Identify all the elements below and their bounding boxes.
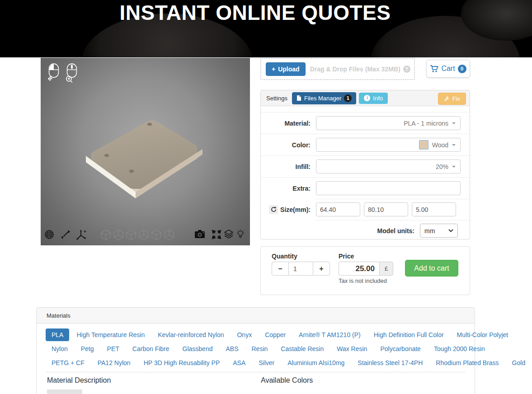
layers-cube-icon[interactable] (223, 230, 234, 239)
material-tab[interactable]: Tough 2000 Resin (428, 342, 491, 355)
upload-button[interactable]: + Upload (266, 62, 306, 76)
material-tab[interactable]: Silver (253, 356, 280, 369)
material-tab[interactable]: Resin (246, 342, 274, 355)
material-tab[interactable]: Nylon (46, 342, 74, 355)
mouse-hints (46, 62, 80, 83)
material-tab[interactable]: Gold (506, 356, 532, 369)
dropzone-hint: Drag & Drop Files (Max 32MB) ? (310, 66, 410, 73)
materials-headings: Material Description Available Colors (37, 376, 475, 386)
price-group: £ (339, 262, 393, 276)
material-tab[interactable]: Stainless Steel 17-4PH (352, 356, 428, 369)
grid-sphere-icon[interactable] (44, 230, 54, 239)
extra-input[interactable] (316, 181, 461, 195)
extra-row: Extra: (261, 177, 470, 199)
cart-label: Cart (441, 65, 455, 73)
material-tab[interactable]: Onyx (231, 328, 258, 341)
material-tab[interactable]: Aluminium Alsi10mg (282, 356, 350, 369)
size-row: Size(mm): (261, 199, 470, 220)
material-tab[interactable]: High Temperature Resin (71, 328, 151, 341)
size-z-input[interactable] (412, 202, 456, 216)
screenshot-camera-icon[interactable] (194, 230, 205, 239)
material-tab[interactable]: ASA (227, 356, 251, 369)
material-tab[interactable]: Kevlar-reinforced Nylon (152, 328, 230, 341)
view-cubes (101, 230, 174, 240)
material-tab[interactable]: HP 3D High Reusability PP (138, 356, 226, 369)
cart-icon (430, 65, 438, 73)
settings-panel: Settings Files Manager 1 i Info Fix (260, 90, 470, 239)
material-tab[interactable]: Rhodium Plated Brass (430, 356, 504, 369)
view-cube-icon[interactable] (101, 230, 111, 240)
quantity-label: Quantity (272, 253, 297, 260)
view-cube-icon[interactable] (151, 230, 161, 240)
settings-label: Settings (266, 95, 287, 102)
quote-page: INSTANT ONLINE QUOTES (0, 0, 532, 394)
material-tab[interactable]: High Definition Full Color (368, 328, 450, 341)
header-banner: INSTANT ONLINE QUOTES (0, 0, 532, 57)
view-cube-icon[interactable] (113, 230, 123, 240)
material-tab[interactable]: PET (101, 342, 125, 355)
units-row: Model units: mm (261, 220, 470, 241)
color-value: Wood (432, 141, 448, 149)
view-cube-icon[interactable] (164, 230, 174, 240)
order-panel: Quantity Price − + £ Tax is not included… (260, 246, 470, 295)
material-tab[interactable]: Carbon Fibre (127, 342, 175, 355)
material-tab[interactable]: Petg (75, 342, 100, 355)
rotate-mouse-icon (46, 62, 61, 83)
material-tab[interactable]: PA12 Nylon (92, 356, 137, 369)
price-input[interactable] (339, 262, 379, 276)
material-tab[interactable]: Multi-Color Polyjet (451, 328, 514, 341)
view-cube-icon[interactable] (139, 230, 149, 240)
material-image-placeholder (47, 389, 82, 394)
model-viewer[interactable] (41, 58, 250, 245)
zoom-mouse-icon (64, 62, 80, 83)
currency-addon: £ (379, 262, 393, 276)
color-select[interactable]: Wood (316, 138, 461, 152)
fix-button[interactable]: Fix (438, 93, 466, 105)
material-select[interactable]: PLA - 1 microns (316, 116, 461, 130)
material-tab[interactable]: PETG + CF (46, 356, 90, 369)
size-y-input[interactable] (364, 202, 408, 216)
material-tab[interactable]: Polycarbonate (374, 342, 427, 355)
plus-icon: + (272, 66, 275, 73)
material-tab[interactable]: ABS (220, 342, 244, 355)
resize-icon[interactable] (61, 230, 71, 239)
info-label: Info (373, 95, 383, 102)
chevron-down-icon (452, 144, 456, 146)
refresh-size-icon[interactable] (269, 205, 278, 214)
materials-panel: Materials PLAHigh Temperature ResinKevla… (36, 307, 475, 394)
material-tab[interactable]: Wax Resin (331, 342, 373, 355)
cart-button[interactable]: Cart 0 (426, 60, 470, 78)
infill-row: Infill: 20% (261, 155, 470, 177)
model-units-select[interactable]: mm (420, 224, 458, 238)
material-tab[interactable]: Castable Resin (275, 342, 330, 355)
add-to-cart-button[interactable]: Add to cart (405, 260, 458, 277)
quantity-decrease-button[interactable]: − (272, 262, 289, 276)
material-label: Material: (261, 120, 316, 127)
infill-select[interactable]: 20% (316, 159, 461, 174)
upload-dropzone[interactable]: + Upload Drag & Drop Files (Max 32MB) ? (260, 58, 415, 80)
model-canvas (41, 58, 250, 245)
view-cube-icon[interactable] (126, 230, 136, 240)
info-tab[interactable]: i Info (359, 93, 388, 104)
material-tab[interactable]: Arnite® T AM1210 (P) (293, 328, 367, 341)
info-icon: i (364, 95, 370, 101)
material-tab[interactable]: PLA (46, 328, 69, 341)
files-manager-tab[interactable]: Files Manager 1 (292, 92, 356, 104)
quantity-input[interactable] (289, 262, 313, 276)
help-icon[interactable]: ? (403, 66, 410, 73)
size-x-input[interactable] (316, 202, 360, 216)
quantity-increase-button[interactable]: + (313, 262, 330, 276)
light-bulb-icon[interactable] (236, 230, 245, 239)
units-label: Model units: (261, 227, 420, 235)
upload-button-label: Upload (278, 66, 299, 73)
settings-header: Settings Files Manager 1 i Info Fix (261, 90, 470, 106)
material-tab[interactable]: Copper (259, 328, 292, 341)
available-colors-heading: Available Colors (261, 376, 313, 385)
material-description-heading: Material Description (47, 376, 111, 385)
material-tab[interactable]: Glassbend (177, 342, 219, 355)
color-label: Color: (261, 141, 316, 149)
wrench-icon (444, 96, 450, 102)
fullscreen-icon[interactable] (212, 230, 221, 239)
axes-3d-icon[interactable] (76, 230, 88, 240)
files-count-badge: 1 (344, 94, 352, 102)
